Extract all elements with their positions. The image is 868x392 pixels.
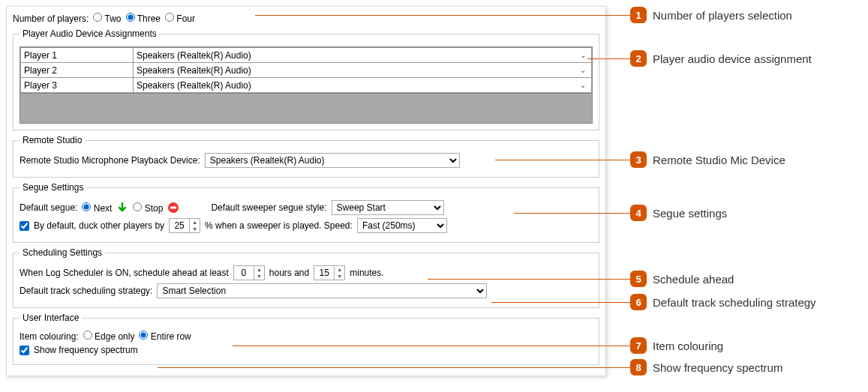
spin-up-icon[interactable]: ▲ bbox=[254, 266, 264, 273]
strategy-label: Default track scheduling strategy: bbox=[20, 286, 152, 296]
callout-4-text: Segue settings bbox=[653, 207, 727, 220]
table-row: Player 1 Speakers (Realtek(R) Audio)⌄ bbox=[21, 48, 592, 63]
segue-legend: Segue Settings bbox=[20, 182, 86, 193]
player-name-cell: Player 2 bbox=[21, 63, 134, 78]
callout-2-badge: 2 bbox=[630, 50, 647, 67]
device-grid: Player 1 Speakers (Realtek(R) Audio)⌄ Pl… bbox=[20, 46, 593, 94]
spin-down-icon[interactable]: ▼ bbox=[335, 273, 344, 280]
arrow-down-icon bbox=[116, 202, 128, 214]
default-segue-label: Default segue: bbox=[20, 202, 77, 213]
svg-rect-1 bbox=[170, 207, 176, 209]
radio-next[interactable]: Next bbox=[82, 202, 112, 214]
spin-up-icon[interactable]: ▲ bbox=[335, 266, 344, 273]
radio-edge-only[interactable]: Edge only bbox=[83, 331, 135, 342]
spectrum-label: Show frequency spectrum bbox=[34, 345, 138, 355]
spin-down-icon[interactable]: ▼ bbox=[254, 273, 264, 280]
callout-1-text: Number of players selection bbox=[653, 9, 792, 22]
player-name-cell: Player 1 bbox=[21, 48, 134, 63]
spectrum-checkbox[interactable] bbox=[20, 346, 29, 355]
hours-unit: hours and bbox=[269, 268, 309, 278]
duck-label-pre: By default, duck other players by bbox=[34, 220, 164, 231]
callout-8-text: Show frequency spectrum bbox=[653, 361, 782, 374]
callout-5-badge: 5 bbox=[630, 271, 647, 287]
remote-mic-label: Remote Studio Microphone Playback Device… bbox=[20, 155, 200, 166]
remote-studio-group: Remote Studio Remote Studio Microphone P… bbox=[13, 135, 599, 178]
callout-7-badge: 7 bbox=[630, 337, 647, 354]
assignments-group: Player Audio Device Assignments Player 1… bbox=[13, 28, 599, 130]
stop-icon bbox=[167, 202, 179, 214]
device-select-3[interactable]: Speakers (Realtek(R) Audio)⌄ bbox=[137, 80, 588, 91]
callout-3-text: Remote Studio Mic Device bbox=[653, 154, 785, 166]
schedule-ahead-label: When Log Scheduler is ON, schedule ahead… bbox=[20, 268, 229, 278]
remote-mic-select[interactable]: Speakers (Realtek(R) Audio) bbox=[205, 153, 460, 168]
radio-four[interactable]: Four bbox=[165, 13, 195, 24]
spin-up-icon[interactable]: ▲ bbox=[190, 219, 200, 226]
chevron-down-icon[interactable]: ⌄ bbox=[578, 66, 588, 74]
schedule-legend: Scheduling Settings bbox=[20, 247, 105, 258]
schedule-group: Scheduling Settings When Log Scheduler i… bbox=[13, 247, 599, 308]
chevron-down-icon[interactable]: ⌄ bbox=[578, 81, 588, 89]
minutes-unit: minutes. bbox=[350, 268, 383, 278]
remote-legend: Remote Studio bbox=[20, 135, 85, 145]
colouring-label: Item colouring: bbox=[20, 331, 79, 342]
callout-8-badge: 8 bbox=[630, 359, 647, 376]
duck-percent-spinner[interactable]: ▲▼ bbox=[169, 218, 200, 233]
chevron-down-icon[interactable]: ⌄ bbox=[578, 51, 588, 59]
settings-panel: Number of players: Two Three Four Player… bbox=[6, 6, 606, 376]
callout-6-text: Default track scheduling strategy bbox=[653, 296, 816, 309]
sweeper-style-select[interactable]: Sweep Start bbox=[332, 200, 444, 215]
strategy-select[interactable]: Smart Selection bbox=[157, 283, 487, 298]
radio-three[interactable]: Three bbox=[126, 13, 161, 24]
callout-5-text: Schedule ahead bbox=[653, 273, 734, 286]
ui-group: User Interface Item colouring: Edge only… bbox=[13, 313, 599, 365]
assignments-legend: Player Audio Device Assignments bbox=[20, 28, 160, 39]
radio-stop[interactable]: Stop bbox=[133, 202, 163, 214]
duck-label-post: % when a sweeper is played. Speed: bbox=[205, 220, 353, 231]
sweeper-style-label: Default sweeper segue style: bbox=[211, 202, 326, 213]
minutes-spinner[interactable]: ▲▼ bbox=[314, 265, 345, 280]
callout-4-badge: 4 bbox=[630, 205, 647, 221]
duck-checkbox[interactable] bbox=[20, 221, 29, 231]
callout-1-badge: 1 bbox=[630, 7, 647, 23]
hours-spinner[interactable]: ▲▼ bbox=[233, 265, 265, 280]
callout-2-text: Player audio device assignment bbox=[653, 52, 812, 65]
device-select-1[interactable]: Speakers (Realtek(R) Audio)⌄ bbox=[137, 50, 588, 61]
radio-entire-row[interactable]: Entire row bbox=[139, 331, 191, 342]
num-players-label: Number of players: bbox=[13, 13, 89, 24]
callout-6-badge: 6 bbox=[630, 294, 647, 310]
radio-two[interactable]: Two bbox=[93, 13, 121, 24]
table-row: Player 3 Speakers (Realtek(R) Audio)⌄ bbox=[21, 78, 592, 93]
player-name-cell: Player 3 bbox=[21, 78, 134, 93]
table-row: Player 2 Speakers (Realtek(R) Audio)⌄ bbox=[21, 63, 592, 78]
callout-3-badge: 3 bbox=[630, 151, 647, 168]
duck-speed-select[interactable]: Fast (250ms) bbox=[357, 218, 447, 233]
num-players-row: Number of players: Two Three Four bbox=[13, 13, 599, 24]
device-select-2[interactable]: Speakers (Realtek(R) Audio)⌄ bbox=[137, 65, 588, 76]
segue-group: Segue Settings Default segue: Next Stop … bbox=[13, 182, 599, 243]
callout-7-text: Item colouring bbox=[653, 340, 723, 352]
ui-legend: User Interface bbox=[20, 313, 82, 323]
spin-down-icon[interactable]: ▼ bbox=[190, 226, 200, 232]
grid-empty-area bbox=[20, 94, 593, 124]
